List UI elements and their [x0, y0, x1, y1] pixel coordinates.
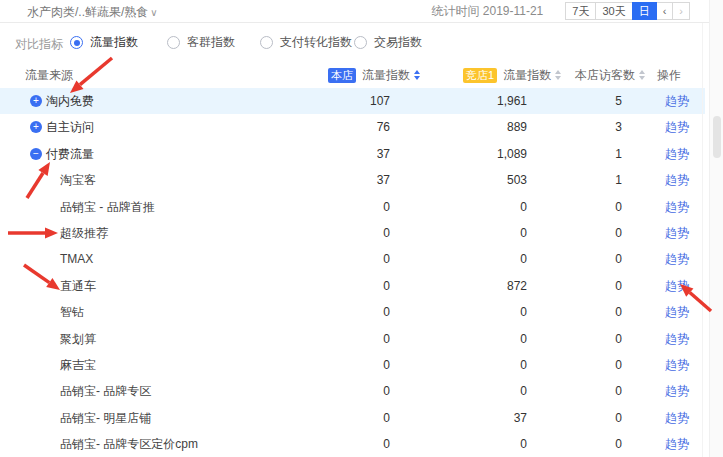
table-row[interactable]: 淘内免费1071,9615趋势 — [0, 88, 705, 114]
trend-link[interactable]: 趋势 — [659, 194, 695, 220]
radio-icon — [167, 36, 180, 49]
trend-link[interactable]: 趋势 — [659, 167, 695, 193]
shop-visitors-value: 0 — [540, 378, 622, 404]
shop-index-value: 0 — [290, 352, 390, 378]
competitor-index-value: 0 — [420, 220, 527, 246]
sort-icon[interactable] — [555, 70, 561, 80]
competitor-index-value: 889 — [420, 114, 527, 140]
shop-visitors-value: 0 — [540, 299, 622, 325]
metric-option-transaction[interactable]: 交易指数 — [354, 34, 422, 51]
action-column-header: 操作 — [657, 62, 681, 88]
shop-visitors-value: 1 — [540, 167, 622, 193]
trend-link[interactable]: 趋势 — [659, 352, 695, 378]
traffic-source-label: 付费流量 — [46, 141, 94, 167]
shop-visitors-value: 0 — [540, 246, 622, 272]
shop-visitors-value: 0 — [540, 326, 622, 352]
table-row[interactable]: 付费流量371,0891趋势 — [0, 141, 705, 167]
shop-visitors-value: 5 — [540, 88, 622, 114]
chevron-down-icon: ∨ — [150, 7, 157, 18]
scrollbar-thumb[interactable] — [713, 116, 721, 158]
trend-link[interactable]: 趋势 — [659, 88, 695, 114]
traffic-source-label: 淘宝客 — [60, 167, 96, 193]
vertical-scrollbar[interactable] — [709, 0, 723, 457]
next-day-button[interactable]: › — [672, 2, 690, 20]
competitor-index-value: 0 — [420, 378, 527, 404]
trend-link[interactable]: 趋势 — [659, 114, 695, 140]
table-row[interactable]: 麻吉宝000趋势 — [0, 352, 705, 378]
shop-index-value: 0 — [290, 273, 390, 299]
shop-visitors-value: 0 — [540, 273, 622, 299]
metric-option-conversion[interactable]: 支付转化指数 — [260, 34, 352, 51]
trend-link[interactable]: 趋势 — [659, 273, 695, 299]
shop-index-value: 37 — [290, 141, 390, 167]
range-day-button[interactable]: 日 — [632, 2, 657, 20]
trend-link[interactable]: 趋势 — [659, 378, 695, 404]
trend-link[interactable]: 趋势 — [659, 326, 695, 352]
shop-index-value: 37 — [290, 167, 390, 193]
trend-link[interactable]: 趋势 — [659, 141, 695, 167]
metric-option-label: 流量指数 — [90, 34, 138, 51]
traffic-source-label: 品销宝- 品牌专区定价cpm — [60, 431, 198, 457]
sort-icon[interactable] — [639, 70, 645, 80]
trend-link[interactable]: 趋势 — [659, 405, 695, 431]
table-row[interactable]: 品销宝- 明星店铺0370趋势 — [0, 405, 705, 431]
shop-index-value: 107 — [290, 88, 390, 114]
expand-icon[interactable] — [30, 95, 42, 107]
filter-label: 对比指标 — [15, 36, 63, 53]
metric-option-customers[interactable]: 客群指数 — [167, 34, 235, 51]
shop-index-column-header[interactable]: 本店 流量指数 — [328, 62, 420, 88]
category-selector[interactable]: 水产肉类/..鲜蔬果/熟食∨ — [27, 4, 158, 21]
trend-link[interactable]: 趋势 — [659, 220, 695, 246]
metric-option-label: 客群指数 — [187, 34, 235, 51]
traffic-source-label: 淘内免费 — [46, 88, 94, 114]
competitor-index-value: 1,089 — [420, 141, 527, 167]
competitor-index-value: 0 — [420, 299, 527, 325]
shop-index-value: 0 — [290, 299, 390, 325]
table-row[interactable]: 直通车08720趋势 — [0, 273, 705, 299]
competitor-index-value: 0 — [420, 326, 527, 352]
radio-icon — [70, 36, 83, 49]
trend-link[interactable]: 趋势 — [659, 299, 695, 325]
shop-visitors-value: 0 — [540, 405, 622, 431]
competitor-index-value: 503 — [420, 167, 527, 193]
sort-icon[interactable] — [414, 70, 420, 80]
shop-visitors-value: 1 — [540, 141, 622, 167]
traffic-source-label: 智钻 — [60, 299, 84, 325]
competitor-index-value: 1,961 — [420, 88, 527, 114]
competitor-index-column-header[interactable]: 竞店1 流量指数 — [463, 62, 561, 88]
table-row[interactable]: 品销宝- 品牌专区000趋势 — [0, 378, 705, 404]
competitor-index-value: 37 — [420, 405, 527, 431]
table-row[interactable]: 品销宝- 品牌专区定价cpm000趋势 — [0, 431, 705, 457]
trend-link[interactable]: 趋势 — [659, 431, 695, 457]
table-row[interactable]: 聚划算000趋势 — [0, 326, 705, 352]
collapse-icon[interactable] — [30, 148, 42, 160]
competitor-index-value: 0 — [420, 194, 527, 220]
top-bar: 水产肉类/..鲜蔬果/熟食∨ 统计时间 2019-11-21 7天 30天 日 … — [0, 0, 723, 23]
shop-visitors-value: 0 — [540, 431, 622, 457]
metric-option-traffic[interactable]: 流量指数 — [70, 34, 138, 51]
date-controls: 统计时间 2019-11-21 7天 30天 日 ‹ › — [431, 2, 690, 20]
radio-icon — [354, 36, 367, 49]
table-row[interactable]: 超级推荐000趋势 — [0, 220, 705, 246]
shop-index-value: 0 — [290, 194, 390, 220]
radio-icon — [260, 36, 273, 49]
range-7d-button[interactable]: 7天 — [565, 2, 596, 20]
table-row[interactable]: TMAX000趋势 — [0, 246, 705, 272]
table-row[interactable]: 自主访问768893趋势 — [0, 114, 705, 140]
traffic-source-label: 聚划算 — [60, 326, 96, 352]
prev-day-button[interactable]: ‹ — [656, 2, 674, 20]
content-edge-divider — [702, 23, 703, 457]
range-30d-button[interactable]: 30天 — [595, 2, 632, 20]
trend-link[interactable]: 趋势 — [659, 246, 695, 272]
shop-visitors-value: 0 — [540, 220, 622, 246]
table-row[interactable]: 淘宝客375031趋势 — [0, 167, 705, 193]
table-body: 淘内免费1071,9615趋势自主访问768893趋势付费流量371,0891趋… — [0, 88, 705, 457]
traffic-source-label: 品销宝 - 品牌首推 — [60, 194, 155, 220]
table-row[interactable]: 智钻000趋势 — [0, 299, 705, 325]
table-row[interactable]: 品销宝 - 品牌首推000趋势 — [0, 194, 705, 220]
shop-visitors-value: 0 — [540, 194, 622, 220]
expand-icon[interactable] — [30, 121, 42, 133]
source-column-header: 流量来源 — [25, 62, 73, 88]
analytics-page: 水产肉类/..鲜蔬果/熟食∨ 统计时间 2019-11-21 7天 30天 日 … — [0, 0, 723, 457]
visitors-column-header[interactable]: 本店访客数 — [575, 62, 645, 88]
